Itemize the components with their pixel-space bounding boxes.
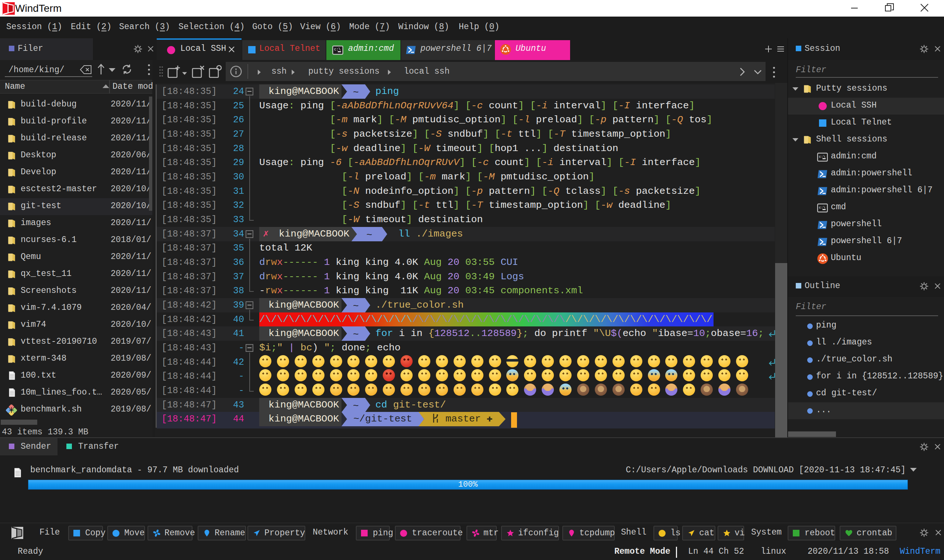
svg-text:c:\: c:\ <box>334 48 341 52</box>
svg-text:c:\: c:\ <box>819 206 826 210</box>
svg-text:c:\: c:\ <box>819 155 826 159</box>
